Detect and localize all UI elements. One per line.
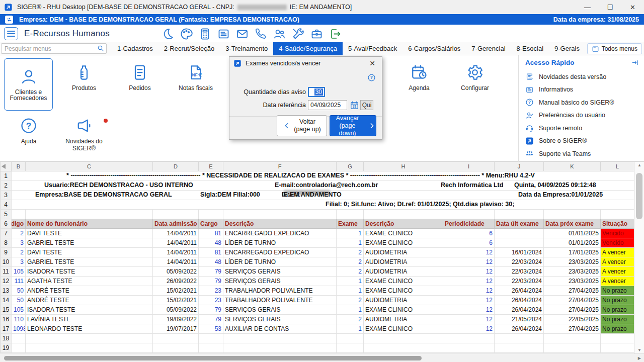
search-icon[interactable] bbox=[97, 44, 105, 52]
cell[interactable]: 15/02/2021 bbox=[153, 286, 199, 295]
cell[interactable]: 01/01/2025 bbox=[544, 238, 601, 247]
col-header-cell[interactable]: Descrição bbox=[364, 219, 443, 228]
column-header-E[interactable]: E bbox=[199, 162, 223, 171]
cell[interactable] bbox=[443, 180, 495, 190]
quick-access-item[interactable]: ?Manual básico do SIGER® bbox=[525, 96, 639, 109]
cell[interactable]: 26/04/2024 bbox=[495, 324, 544, 333]
cell[interactable] bbox=[495, 238, 544, 247]
cell[interactable]: ANDRÉ TESTE bbox=[26, 295, 153, 305]
col-header-cell[interactable]: Código bbox=[12, 219, 26, 228]
dialog-close-icon[interactable]: ✕ bbox=[367, 59, 378, 67]
cell[interactable]: 48 bbox=[199, 238, 223, 247]
cell[interactable] bbox=[223, 200, 337, 209]
row-header-16[interactable]: 16 bbox=[1, 314, 12, 324]
tab-1-Cadastros[interactable]: 1-Cadastros bbox=[112, 42, 158, 55]
cell[interactable] bbox=[153, 190, 199, 200]
search-input[interactable] bbox=[1, 43, 107, 54]
cell[interactable] bbox=[443, 333, 495, 343]
cell[interactable]: 27/04/2025 bbox=[544, 324, 601, 333]
news-icon[interactable] bbox=[216, 26, 231, 41]
cell[interactable] bbox=[199, 180, 223, 190]
cell[interactable]: 23/03/2025 bbox=[544, 257, 601, 266]
cell[interactable] bbox=[364, 190, 443, 200]
cell[interactable] bbox=[223, 180, 337, 190]
ribbon-item-pedidos[interactable]: Pedidos bbox=[120, 63, 160, 92]
quick-access-item[interactable]: Novidades desta versão bbox=[525, 70, 639, 83]
cell[interactable] bbox=[495, 190, 544, 200]
calculator-icon[interactable] bbox=[197, 26, 212, 41]
col-header-cell[interactable]: Exame bbox=[337, 219, 364, 228]
cell[interactable] bbox=[12, 333, 26, 343]
row-header-1[interactable]: 1 bbox=[1, 171, 12, 180]
cell[interactable] bbox=[12, 200, 26, 209]
quick-access-item[interactable]: Sobre o SIGER® bbox=[525, 135, 639, 148]
cell[interactable]: TRABALHADOR POLIVALENTE bbox=[223, 295, 337, 305]
cell[interactable] bbox=[153, 180, 199, 190]
cell[interactable]: 15/02/2021 bbox=[153, 295, 199, 305]
cell[interactable]: 14/04/2011 bbox=[153, 228, 199, 238]
scroll-right-icon[interactable]: ▶ bbox=[638, 356, 641, 360]
cell[interactable]: Vencido bbox=[601, 238, 634, 247]
cell[interactable]: EXAME CLINICO bbox=[364, 276, 443, 286]
ribbon-item-notas-fiscais[interactable]: NF·E Notas fiscais bbox=[173, 63, 219, 92]
cell[interactable] bbox=[199, 333, 223, 343]
cell[interactable]: LÍDER DE TURNO bbox=[223, 238, 337, 247]
column-header-G[interactable]: G bbox=[337, 162, 364, 171]
palette-icon[interactable] bbox=[179, 26, 194, 41]
cell[interactable]: A vencer bbox=[601, 247, 634, 257]
cell[interactable]: 16/01/2024 bbox=[495, 247, 544, 257]
cell[interactable]: 1 bbox=[337, 305, 364, 314]
col-header-cell[interactable]: Nome do funcionário bbox=[26, 219, 153, 228]
cell[interactable] bbox=[443, 209, 495, 219]
cell[interactable] bbox=[495, 333, 544, 343]
scroll-up-icon[interactable]: ▲ bbox=[634, 163, 644, 167]
cell[interactable]: 12 bbox=[443, 314, 495, 324]
cell[interactable]: 14/04/2011 bbox=[153, 247, 199, 257]
cell[interactable] bbox=[364, 180, 443, 190]
cell[interactable] bbox=[443, 200, 495, 209]
cell[interactable]: 79 bbox=[199, 276, 223, 286]
horizontal-scroll-thumb[interactable] bbox=[4, 356, 422, 360]
ribbon-item-agenda[interactable]: Agenda bbox=[399, 63, 439, 92]
cell[interactable] bbox=[601, 190, 634, 200]
cell[interactable]: 3 bbox=[12, 257, 26, 266]
row-header-19[interactable]: 19 bbox=[1, 343, 12, 352]
cell[interactable]: LAVÍNIA TESTE bbox=[26, 314, 153, 324]
cell[interactable] bbox=[223, 343, 337, 352]
cell[interactable]: 26/04/2024 bbox=[495, 286, 544, 295]
ribbon-item-ajuda[interactable]: ? Ajuda bbox=[9, 117, 49, 145]
col-header-cell[interactable]: Cargo bbox=[199, 219, 223, 228]
row-header-5[interactable]: 5 bbox=[1, 209, 12, 219]
minimize-button[interactable]: — bbox=[576, 0, 599, 14]
cell[interactable]: 26/04/2024 bbox=[495, 305, 544, 314]
cell[interactable]: 48 bbox=[199, 257, 223, 266]
row-header-3[interactable]: 3 bbox=[1, 190, 12, 200]
cell[interactable] bbox=[601, 343, 634, 352]
column-header-C[interactable]: C bbox=[26, 162, 153, 171]
row-header-6[interactable]: 6 bbox=[1, 219, 12, 228]
quick-access-item[interactable]: Suporte remoto bbox=[525, 122, 639, 135]
cell[interactable]: 1 bbox=[337, 286, 364, 295]
tab-5-Aval/Feedback[interactable]: 5-Aval/Feedback bbox=[343, 42, 403, 55]
cell[interactable]: DAVI TESTE bbox=[26, 247, 153, 257]
cell[interactable]: 79 bbox=[199, 314, 223, 324]
cell[interactable] bbox=[364, 209, 443, 219]
col-header-cell[interactable]: Situação bbox=[601, 219, 634, 228]
col-header-cell[interactable]: Periodicidade bbox=[443, 219, 495, 228]
cell[interactable] bbox=[26, 171, 153, 180]
tools-icon[interactable] bbox=[290, 26, 305, 41]
cell[interactable] bbox=[337, 343, 364, 352]
cell[interactable]: LEONARDO TESTE bbox=[26, 324, 153, 333]
cell[interactable]: GABRIEL TESTE bbox=[26, 238, 153, 247]
cell[interactable] bbox=[364, 343, 443, 352]
cell[interactable]: No prazo bbox=[601, 305, 634, 314]
cell[interactable] bbox=[544, 171, 601, 180]
calendar-picker-icon[interactable]: 31 bbox=[349, 100, 359, 110]
col-header-cell[interactable]: Data últ exame bbox=[495, 219, 544, 228]
tab-8-Esocial[interactable]: 8-Esocial bbox=[511, 42, 549, 55]
all-menus-button[interactable]: Todos menus bbox=[587, 43, 642, 54]
cell[interactable]: AUDIOMETRIA bbox=[364, 295, 443, 305]
quick-access-item[interactable]: Preferências do usuário bbox=[525, 109, 639, 122]
cell[interactable]: LÍDER DE TURNO bbox=[223, 257, 337, 266]
cell[interactable] bbox=[199, 200, 223, 209]
